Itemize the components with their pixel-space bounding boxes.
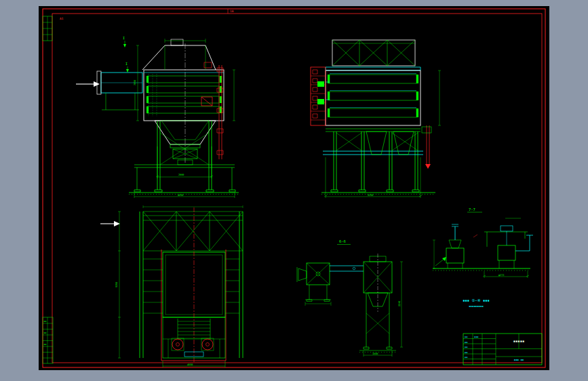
- drawing-subtitle: ▪▪▪ ▪▪: [514, 358, 524, 361]
- titleblock-cell: ▪▪: [465, 341, 467, 344]
- dim-label: 2000: [178, 174, 184, 176]
- dim-label: 4550: [187, 363, 193, 366]
- cad-viewer: A1 1A ▪▪ ▪▪ ▪▪: [0, 0, 588, 381]
- detail-label: 6-6: [339, 239, 346, 243]
- note-line-1: ▪▪▪ ①—④ ▪▪▪: [463, 298, 490, 302]
- zone-mark: 1A: [230, 9, 234, 13]
- dim-label: 7650: [134, 80, 136, 85]
- dim-label: 4550: [178, 194, 183, 197]
- dim-label: φ273: [498, 274, 504, 277]
- drawing-sheet: [39, 6, 549, 370]
- rev-row-3: ▪▪: [44, 343, 47, 346]
- detail-label: 7-7: [469, 207, 475, 212]
- dim-label: 1600: [372, 353, 378, 355]
- titleblock-cell: ▪▪: [465, 356, 467, 359]
- rev-row-1: ▪▪: [44, 320, 47, 323]
- cad-drawing-canvas: A1 1A ▪▪ ▪▪ ▪▪: [0, 0, 588, 381]
- section-mark: I: [123, 36, 125, 40]
- rev-row-2: ▪▪: [44, 332, 47, 334]
- drawing-title: ▪▪▪▪▪: [513, 339, 525, 343]
- titleblock-cell: ▪▪: [465, 351, 467, 354]
- sheet-corner-code: A1: [60, 17, 64, 20]
- dim-label: 9350: [115, 282, 118, 287]
- note-line-2: ▪▪▪▪▪▪▪▪▪: [469, 304, 484, 308]
- titleblock-cell: ▪▪: [465, 336, 467, 338]
- section-mark: I: [125, 62, 128, 66]
- dim-label: 2240: [398, 301, 401, 306]
- dim-label: 9350: [368, 194, 373, 197]
- titleblock-cell: ▪▪▪: [474, 336, 479, 338]
- titleblock-cell: ▪▪: [465, 346, 467, 348]
